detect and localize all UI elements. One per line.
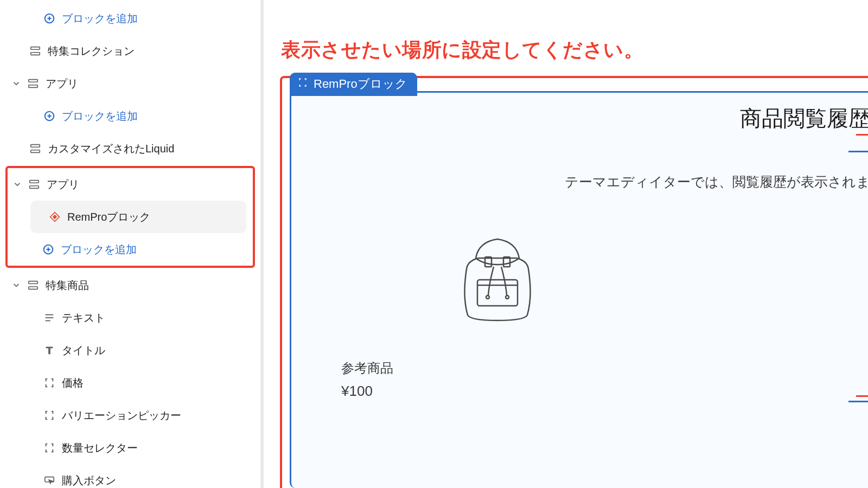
svg-marker-15 [53, 215, 57, 219]
add-block-link[interactable]: ブロックを追加 [0, 100, 260, 132]
highlight-box: アプリ RemProブロック ブロックを追加 [5, 166, 255, 268]
plus-circle-icon [42, 109, 56, 123]
chevron-down-icon[interactable] [10, 77, 23, 90]
rempro-block-frame[interactable]: RemProブロック 商品閲覧履歴 テーマエディイターでは、閲覧履歴が表示されま [290, 91, 868, 488]
svg-rect-20 [29, 287, 38, 290]
section-featured-collection[interactable]: 特集コレクション [0, 35, 260, 67]
section-app-2[interactable]: アプリ [8, 168, 253, 201]
block-label: テキスト [62, 311, 105, 325]
block-tab[interactable]: RemProブロック [290, 73, 417, 96]
brackets-icon [42, 408, 56, 422]
block-label: 購入ボタン [62, 473, 116, 488]
marker-icon [856, 395, 868, 397]
title-t-icon [42, 343, 56, 357]
block-label: タイトル [62, 343, 105, 358]
add-block-link[interactable]: ブロックを追加 [8, 233, 253, 266]
add-block-label: ブロックを追加 [61, 242, 137, 257]
plus-circle-icon [41, 242, 55, 256]
instruction-heading: 表示させたい場所に設定してください。 [281, 37, 868, 63]
text-lines-icon [42, 311, 56, 325]
app-root: ブロックを追加 特集コレクション アプリ ブロックを追加 [0, 0, 868, 488]
block-label: バリエーションピッカー [62, 408, 181, 423]
block-quantity-selector[interactable]: 数量セレクター [0, 432, 260, 464]
plus-circle-icon [42, 11, 56, 25]
brackets-icon [42, 441, 56, 455]
product-placeholder-image [451, 231, 544, 325]
svg-rect-6 [29, 85, 38, 88]
svg-rect-3 [31, 47, 40, 50]
marker-icon [848, 401, 868, 402]
svg-point-30 [506, 296, 509, 299]
block-text[interactable]: テキスト [0, 301, 260, 334]
block-label: 数量セレクター [62, 441, 138, 455]
svg-rect-13 [30, 186, 39, 189]
section-icon [26, 278, 40, 292]
section-icon [28, 44, 42, 58]
expand-icon [297, 77, 308, 91]
block-variant-picker[interactable]: バリエーションピッカー [0, 399, 260, 432]
chevron-down-icon[interactable] [10, 279, 23, 292]
chevron-down-icon[interactable] [11, 178, 24, 191]
cursor-icon [42, 473, 56, 487]
sidebar: ブロックを追加 特集コレクション アプリ ブロックを追加 [0, 0, 264, 488]
svg-point-29 [486, 296, 489, 299]
svg-rect-27 [477, 280, 518, 306]
rempro-app-icon [48, 210, 62, 224]
section-label: 特集コレクション [48, 44, 135, 59]
block-price[interactable]: 価格 [0, 367, 260, 399]
svg-rect-5 [29, 80, 38, 82]
add-block-label: ブロックを追加 [62, 11, 138, 26]
block-buy-button[interactable]: 購入ボタン [0, 464, 260, 488]
block-label: 価格 [62, 376, 84, 390]
block-tab-label: RemProブロック [314, 76, 407, 92]
svg-rect-4 [31, 53, 40, 55]
marker-icon [856, 134, 868, 136]
add-block-label: ブロックを追加 [62, 109, 138, 124]
svg-rect-11 [31, 150, 40, 153]
block-rempro[interactable]: RemProブロック [30, 201, 246, 233]
svg-rect-10 [31, 145, 40, 147]
section-label: アプリ [47, 177, 79, 192]
section-custom-liquid[interactable]: カスタマイズされたLiquid [0, 132, 260, 165]
section-icon [27, 177, 41, 191]
section-icon [28, 142, 42, 156]
section-featured-product[interactable]: 特集商品 [0, 269, 260, 301]
preview-title: 商品閲覧履歴 [291, 104, 868, 133]
section-app-1[interactable]: アプリ [0, 67, 260, 100]
main-preview: 表示させたい場所に設定してください。 RemProブロック 商品閲覧履歴 テーマ… [264, 0, 868, 488]
add-block-link[interactable]: ブロックを追加 [0, 2, 260, 35]
section-label: カスタマイズされたLiquid [48, 142, 174, 156]
brackets-icon [42, 376, 56, 390]
sample-product-price: ¥100 [341, 383, 373, 400]
svg-rect-12 [30, 181, 39, 183]
block-title[interactable]: タイトル [0, 334, 260, 367]
block-label: RemProブロック [67, 210, 150, 224]
section-label: アプリ [46, 76, 78, 91]
preview-note: テーマエディイターでは、閲覧履歴が表示されま [565, 173, 868, 191]
sample-product-name: 参考商品 [341, 359, 393, 377]
svg-rect-19 [29, 281, 38, 284]
section-icon [26, 76, 40, 91]
marker-icon [848, 151, 868, 152]
section-label: 特集商品 [46, 278, 89, 293]
